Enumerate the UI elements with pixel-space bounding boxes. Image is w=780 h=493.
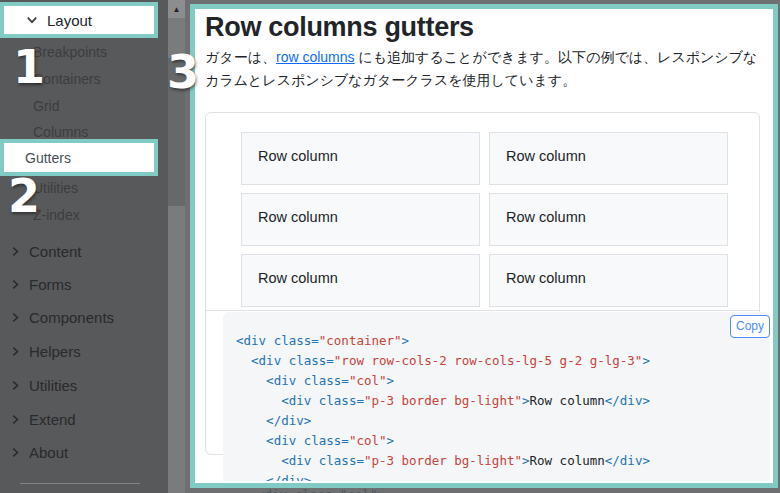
sidebar-item-label: Forms bbox=[29, 276, 72, 293]
example-cell: Row column bbox=[241, 254, 480, 307]
chevron-right-icon bbox=[10, 279, 21, 290]
code-line: <div class="col"> bbox=[236, 431, 650, 451]
code-line: <div class="p-3 border bg-light">Row col… bbox=[236, 451, 650, 471]
sidebar-item-extend[interactable]: Extend bbox=[10, 409, 76, 429]
annotation-box-1: Layout bbox=[0, 2, 158, 38]
example-cell: Row column bbox=[241, 132, 480, 185]
sidebar-item-gutters[interactable]: Gutters bbox=[25, 150, 71, 166]
sidebar-item-label: Helpers bbox=[29, 343, 81, 360]
code-line: <div class="row row-cols-2 row-cols-lg-5… bbox=[236, 351, 650, 371]
example-cell: Row column bbox=[489, 193, 728, 246]
sidebar-item-label: About bbox=[29, 444, 68, 461]
sidebar-item-label: Extend bbox=[29, 411, 76, 428]
scroll-up-button[interactable]: ▲ bbox=[168, 0, 185, 18]
sidebar-item-label: Grid bbox=[33, 98, 59, 114]
dimmed-code-fragment: <div class="col"> bbox=[257, 488, 385, 493]
sidebar-item-about[interactable]: About bbox=[10, 442, 68, 462]
sidebar-item-helpers[interactable]: Helpers bbox=[10, 341, 81, 361]
step-number-3: 3 bbox=[167, 49, 199, 95]
example-cell: Row column bbox=[489, 132, 728, 185]
sidebar-item-label: Content bbox=[29, 243, 82, 260]
code-line: </div> bbox=[236, 471, 650, 484]
sidebar-item-grid[interactable]: Grid bbox=[33, 96, 59, 116]
sidebar-item-components[interactable]: Components bbox=[10, 307, 114, 327]
code-line: </div> bbox=[236, 411, 650, 431]
code-line: <div class="container"> bbox=[236, 331, 650, 351]
row-columns-link[interactable]: row columns bbox=[276, 49, 355, 65]
sidebar-divider bbox=[20, 483, 140, 484]
sidebar-item-label: Utilities bbox=[29, 377, 77, 394]
sidebar-item-label: Columns bbox=[33, 124, 88, 140]
copy-button[interactable]: Copy bbox=[730, 315, 770, 338]
example-cell: Row column bbox=[489, 254, 728, 307]
sidebar-item-forms[interactable]: Forms bbox=[10, 274, 72, 294]
chevron-right-icon bbox=[10, 246, 21, 257]
page-title: Row columns gutters bbox=[205, 12, 474, 43]
intro-paragraph: ガターは、row columns にも追加することができます。以下の例では、レス… bbox=[205, 46, 763, 91]
chevron-down-icon bbox=[26, 14, 38, 26]
code-line: <div class="col"> bbox=[236, 371, 650, 391]
example-grid: Row columnRow columnRow columnRow column… bbox=[241, 132, 728, 307]
chevron-right-icon bbox=[10, 414, 21, 425]
page: <div class="col"> Row columns gutters ガタ… bbox=[0, 0, 780, 493]
sidebar-item-label: Components bbox=[29, 309, 114, 326]
chevron-right-icon bbox=[10, 312, 21, 323]
code-snippet: <div class="container"> <div class="row … bbox=[236, 331, 650, 484]
chevron-right-icon bbox=[10, 380, 21, 391]
sidebar-item-layout[interactable]: Layout bbox=[47, 12, 92, 29]
chevron-right-icon bbox=[10, 346, 21, 357]
step-number-1: 1 bbox=[13, 44, 45, 90]
sidebar-item-content[interactable]: Content bbox=[10, 241, 82, 261]
chevron-right-icon bbox=[10, 447, 21, 458]
intro-text-before: ガターは、 bbox=[205, 49, 276, 65]
step-number-2: 2 bbox=[8, 173, 40, 219]
sidebar-item-utilities[interactable]: Utilities bbox=[10, 375, 77, 395]
main-content: Row columns gutters ガターは、row columns にも追… bbox=[196, 9, 773, 484]
example-cell: Row column bbox=[241, 193, 480, 246]
example-code-divider bbox=[205, 310, 760, 311]
code-line: <div class="p-3 border bg-light">Row col… bbox=[236, 391, 650, 411]
scroll-up-arrow-icon: ▲ bbox=[173, 5, 181, 14]
